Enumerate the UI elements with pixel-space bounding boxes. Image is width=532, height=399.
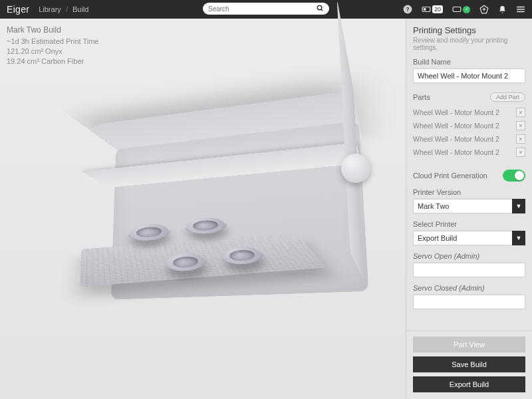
- printer-version-label: Printer Version: [413, 188, 525, 196]
- cloud-print-toggle[interactable]: [503, 170, 525, 182]
- servo-open-label: Servo Open (Admin): [413, 252, 525, 260]
- settings-panel: Printing Settings Review and modify your…: [406, 19, 532, 399]
- build-title: Mark Two Build: [7, 25, 98, 35]
- remove-part-button[interactable]: ×: [516, 148, 525, 157]
- part-name[interactable]: Wheel Well - Motor Mount 2: [413, 122, 499, 130]
- svg-point-0: [317, 5, 321, 9]
- add-icon[interactable]: [479, 5, 489, 14]
- topbar-actions: ? 20 ✓: [403, 5, 525, 14]
- parts-list: Wheel Well - Motor Mount 2 × Wheel Well …: [413, 106, 525, 159]
- remove-part-button[interactable]: ×: [516, 108, 525, 117]
- save-build-button[interactable]: Save Build: [413, 356, 525, 372]
- select-printer-label: Select Printer: [413, 220, 525, 228]
- build-name-label: Build Name: [413, 58, 525, 66]
- servo-open-input[interactable]: [413, 263, 525, 277]
- breadcrumb-build[interactable]: Build: [72, 5, 88, 13]
- breadcrumb-separator: /: [66, 5, 68, 13]
- search-input[interactable]: [208, 5, 317, 13]
- remove-part-button[interactable]: ×: [516, 121, 525, 130]
- part-row: Wheel Well - Motor Mount 2 ×: [413, 132, 525, 146]
- part-view-button[interactable]: Part View: [413, 336, 525, 352]
- part-name[interactable]: Wheel Well - Motor Mount 2: [413, 135, 499, 143]
- search-box[interactable]: [203, 3, 329, 15]
- material-carbon: 19.24 cm³ Carbon Fiber: [7, 57, 98, 66]
- material-onyx: 121.20 cm³ Onyx: [7, 47, 98, 57]
- part-name[interactable]: Wheel Well - Motor Mount 2: [413, 108, 499, 116]
- breadcrumb: Library / Build: [39, 5, 88, 13]
- build-viewport[interactable]: Mark Two Build ~1d 3h Estimated Print Ti…: [0, 19, 406, 399]
- menu-icon[interactable]: [516, 5, 525, 13]
- remove-part-button[interactable]: ×: [516, 134, 525, 144]
- printer-3d-view[interactable]: [37, 102, 369, 361]
- brand-logo[interactable]: Eiger: [7, 4, 29, 15]
- queue-icon[interactable]: 20: [422, 5, 443, 13]
- panel-subtitle: Review and modify your printing settings…: [413, 37, 525, 51]
- add-part-button[interactable]: Add Part: [490, 92, 525, 102]
- build-meta: Mark Two Build ~1d 3h Estimated Print Ti…: [7, 25, 98, 66]
- part-row: Wheel Well - Motor Mount 2 ×: [413, 119, 525, 132]
- cloud-print-label: Cloud Print Generation: [413, 172, 487, 180]
- status-ok-badge: ✓: [463, 6, 470, 13]
- parts-label: Parts: [413, 93, 430, 101]
- part-name[interactable]: Wheel Well - Motor Mount 2: [413, 148, 499, 156]
- part-row: Wheel Well - Motor Mount 2 ×: [413, 146, 525, 159]
- panel-footer: Part View Save Build Export Build: [406, 331, 532, 399]
- svg-line-1: [321, 9, 323, 10]
- export-build-button[interactable]: Export Build: [413, 376, 525, 392]
- settings-scroll[interactable]: Printing Settings Review and modify your…: [406, 19, 532, 331]
- svg-text:?: ?: [406, 7, 409, 13]
- servo-closed-label: Servo Closed (Admin): [413, 284, 525, 292]
- panel-title: Printing Settings: [413, 25, 525, 35]
- search-icon: [317, 5, 324, 13]
- queue-count-badge: 20: [432, 5, 443, 13]
- printer-status-icon[interactable]: ✓: [452, 6, 470, 13]
- breadcrumb-library[interactable]: Library: [39, 5, 61, 13]
- build-name-input[interactable]: [413, 68, 525, 83]
- svg-rect-5: [424, 8, 426, 11]
- svg-rect-6: [453, 7, 461, 12]
- top-bar: Eiger Library / Build ? 20 ✓: [0, 0, 532, 19]
- notifications-icon[interactable]: [498, 5, 507, 14]
- servo-closed-input[interactable]: [413, 295, 525, 309]
- printer-version-select[interactable]: [413, 199, 525, 213]
- select-printer-select[interactable]: [413, 231, 525, 245]
- help-icon[interactable]: ?: [403, 5, 412, 14]
- estimated-time: ~1d 3h Estimated Print Time: [7, 37, 98, 47]
- part-row: Wheel Well - Motor Mount 2 ×: [413, 106, 525, 119]
- printer-knob: [341, 154, 370, 183]
